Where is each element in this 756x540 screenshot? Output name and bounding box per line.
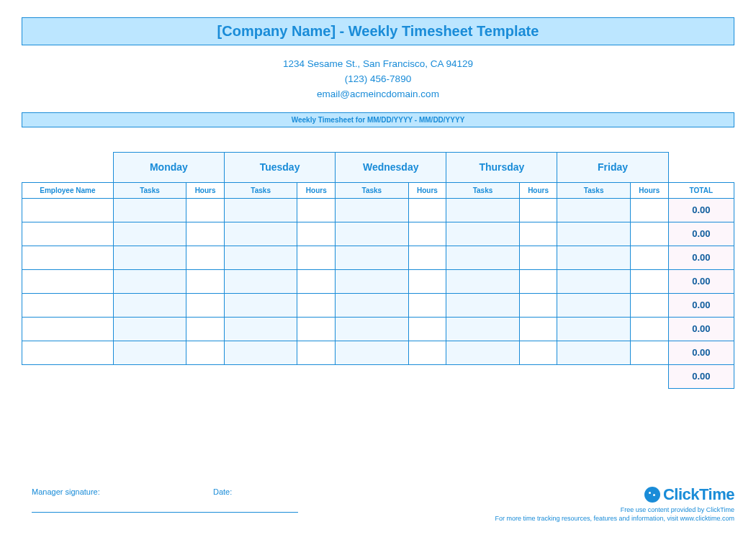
hours-cell[interactable] (630, 222, 668, 246)
hours-cell[interactable] (408, 269, 446, 293)
tasks-cell[interactable] (224, 293, 297, 317)
hours-cell[interactable] (630, 341, 668, 364)
hours-cell[interactable] (519, 293, 557, 317)
tasks-cell[interactable] (446, 293, 519, 317)
hours-cell[interactable] (297, 293, 336, 317)
tasks-cell[interactable] (224, 317, 297, 341)
tasks-cell[interactable] (446, 341, 519, 364)
hours-cell[interactable] (186, 269, 225, 293)
hours-cell[interactable] (630, 198, 668, 222)
hours-cell[interactable] (297, 246, 336, 269)
hours-cell[interactable] (408, 222, 446, 246)
table-row: 0.00 (22, 269, 734, 293)
hours-cell[interactable] (297, 269, 336, 293)
hours-cell[interactable] (519, 317, 557, 341)
tasks-cell[interactable] (224, 269, 297, 293)
tasks-cell[interactable] (336, 198, 408, 222)
hours-cell[interactable] (297, 222, 336, 246)
header-day-monday: Monday (113, 152, 224, 182)
tasks-cell[interactable] (336, 341, 408, 364)
tasks-cell[interactable] (446, 317, 519, 341)
hours-cell[interactable] (519, 246, 557, 269)
employee-name-cell[interactable] (22, 317, 114, 341)
employee-name-cell[interactable] (22, 246, 114, 269)
employee-name-cell[interactable] (22, 293, 114, 317)
hours-cell[interactable] (519, 341, 557, 364)
tasks-cell[interactable] (336, 269, 408, 293)
tasks-cell[interactable] (113, 293, 186, 317)
hours-cell[interactable] (408, 246, 446, 269)
week-range-label: Weekly Timesheet for MM/DD/YYYY - MM/DD/… (22, 112, 734, 127)
header-day-wednesday: Wednesday (336, 152, 446, 182)
header-day-thursday: Thursday (446, 152, 557, 182)
header-tasks: Tasks (224, 182, 297, 198)
header-day-tuesday: Tuesday (224, 152, 335, 182)
tasks-cell[interactable] (446, 269, 519, 293)
hours-cell[interactable] (297, 198, 336, 222)
tasks-cell[interactable] (224, 341, 297, 364)
tasks-cell[interactable] (557, 198, 630, 222)
tasks-cell[interactable] (557, 269, 630, 293)
tasks-cell[interactable] (113, 246, 186, 269)
employee-name-cell[interactable] (22, 222, 114, 246)
hours-cell[interactable] (297, 341, 336, 364)
table-row: 0.00 (22, 317, 734, 341)
hours-cell[interactable] (408, 293, 446, 317)
company-address: 1234 Sesame St., San Francisco, CA 94129 (22, 57, 734, 72)
tasks-cell[interactable] (336, 246, 408, 269)
hours-cell[interactable] (519, 222, 557, 246)
hours-cell[interactable] (630, 293, 668, 317)
clicktime-logo-icon (644, 487, 660, 503)
hours-cell[interactable] (519, 198, 557, 222)
tasks-cell[interactable] (224, 246, 297, 269)
tasks-cell[interactable] (557, 222, 630, 246)
hours-cell[interactable] (408, 198, 446, 222)
tasks-cell[interactable] (557, 246, 630, 269)
hours-cell[interactable] (630, 317, 668, 341)
tasks-cell[interactable] (113, 317, 186, 341)
tasks-cell[interactable] (224, 198, 297, 222)
header-hours: Hours (408, 182, 446, 198)
employee-name-cell[interactable] (22, 269, 114, 293)
hours-cell[interactable] (186, 293, 225, 317)
header-tasks: Tasks (557, 182, 630, 198)
hours-cell[interactable] (297, 317, 336, 341)
table-row: 0.00 (22, 341, 734, 364)
tasks-cell[interactable] (336, 222, 408, 246)
header-hours: Hours (297, 182, 336, 198)
employee-name-cell[interactable] (22, 341, 114, 364)
tasks-cell[interactable] (446, 246, 519, 269)
tasks-cell[interactable] (557, 293, 630, 317)
tasks-cell[interactable] (113, 222, 186, 246)
hours-cell[interactable] (630, 269, 668, 293)
employee-name-cell[interactable] (22, 198, 114, 222)
header-spacer (22, 152, 114, 182)
brand-tagline-1: Free use content provided by ClickTime (495, 505, 734, 514)
hours-cell[interactable] (186, 198, 225, 222)
tasks-cell[interactable] (446, 198, 519, 222)
hours-cell[interactable] (186, 341, 225, 364)
hours-cell[interactable] (408, 317, 446, 341)
tasks-cell[interactable] (557, 317, 630, 341)
tasks-cell[interactable] (557, 341, 630, 364)
tasks-cell[interactable] (113, 341, 186, 364)
header-tasks: Tasks (446, 182, 519, 198)
tasks-cell[interactable] (446, 222, 519, 246)
header-tasks: Tasks (336, 182, 408, 198)
row-total-cell: 0.00 (668, 341, 734, 364)
hours-cell[interactable] (408, 341, 446, 364)
company-email: email@acmeincdomain.com (22, 87, 734, 102)
tasks-cell[interactable] (113, 269, 186, 293)
hours-cell[interactable] (186, 317, 225, 341)
tasks-cell[interactable] (336, 317, 408, 341)
tasks-cell[interactable] (113, 198, 186, 222)
hours-cell[interactable] (186, 246, 225, 269)
hours-cell[interactable] (630, 246, 668, 269)
hours-cell[interactable] (519, 269, 557, 293)
grand-total-cell: 0.00 (668, 364, 734, 388)
tasks-cell[interactable] (336, 293, 408, 317)
tasks-cell[interactable] (224, 222, 297, 246)
hours-cell[interactable] (186, 222, 225, 246)
row-total-cell: 0.00 (668, 198, 734, 222)
header-total: TOTAL (668, 182, 734, 198)
